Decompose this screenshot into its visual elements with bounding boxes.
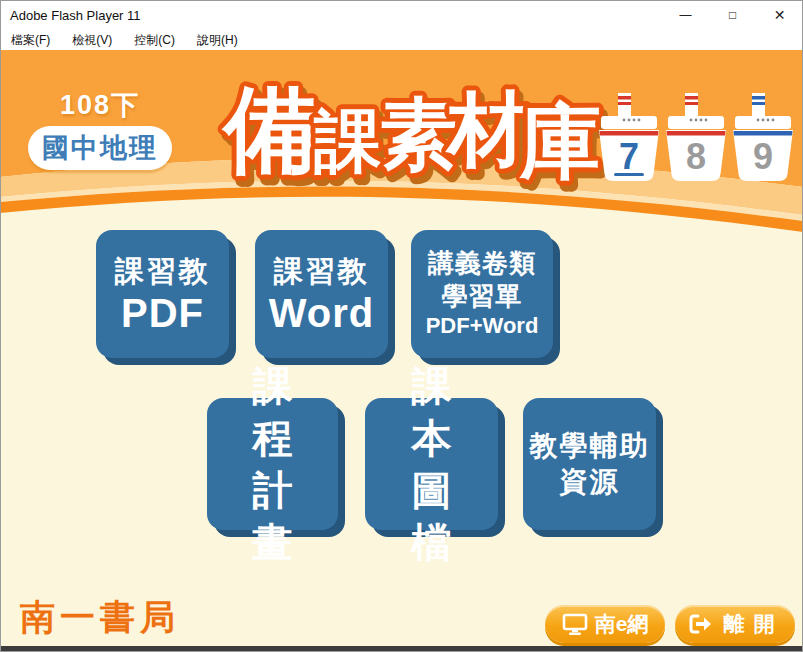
- button-label-line: 學習單: [442, 280, 523, 313]
- boat-grade-8[interactable]: 8: [666, 93, 726, 181]
- close-button[interactable]: ✕: [756, 0, 803, 30]
- minimize-button[interactable]: —: [662, 0, 709, 30]
- button-label-line: 圖檔: [365, 464, 498, 568]
- boat9-funnel-stripe2: [752, 102, 765, 105]
- menu-bar: 檔案(F) 檢視(V) 控制(C) 說明(H): [0, 30, 803, 50]
- boat9-funnel-stripe: [752, 96, 765, 100]
- menu-file[interactable]: 檔案(F): [0, 30, 61, 50]
- app-title-text: 備 課 素 材 庫: [221, 77, 601, 187]
- boat7-hull-stripe: [600, 131, 659, 136]
- window-controls: — □ ✕: [662, 0, 803, 30]
- subject-badge: 國中地理: [28, 126, 172, 170]
- semester-label: 108下: [28, 87, 172, 123]
- main-button-kexijiao-pdf[interactable]: 課習教 PDF: [96, 230, 229, 358]
- button-label-line: 教學輔助: [530, 428, 650, 464]
- button-label-line: 計畫: [207, 464, 338, 568]
- exit-label: 離開: [720, 610, 784, 638]
- main-button-teaching-resources[interactable]: 教學輔助 資源: [523, 398, 656, 530]
- button-label-line: 課習教: [115, 253, 211, 291]
- svg-text:材: 材: [445, 84, 529, 174]
- menu-help[interactable]: 說明(H): [186, 30, 249, 50]
- button-label-line: 課本: [365, 360, 498, 464]
- boat7-funnel-stripe: [618, 96, 631, 100]
- exit-icon: [687, 613, 713, 635]
- boat8-number: 8: [686, 136, 706, 177]
- menu-control[interactable]: 控制(C): [123, 30, 186, 50]
- maximize-button[interactable]: □: [709, 0, 756, 30]
- svg-text:庫: 庫: [519, 97, 601, 187]
- main-button-curriculum-plan[interactable]: 課程 計畫: [207, 398, 338, 530]
- exit-button[interactable]: 離開: [675, 605, 795, 643]
- button-label-line: 課習教: [274, 253, 370, 291]
- flash-stage: 108下 國中地理 備 課 素 材 庫 備 課 素 材 庫: [0, 50, 803, 646]
- monitor-icon: [562, 613, 588, 636]
- window-title: Adobe Flash Player 11: [0, 8, 662, 23]
- svg-text:課: 課: [313, 103, 382, 179]
- main-button-kexijiao-word[interactable]: 課習教 Word: [255, 230, 388, 358]
- boat8-funnel-stripe2: [685, 102, 698, 105]
- boat7-funnel-stripe2: [618, 102, 631, 105]
- nan-e-net-button[interactable]: 南e網: [545, 605, 665, 643]
- boat-grade-7[interactable]: 7: [599, 93, 659, 181]
- title-bar: Adobe Flash Player 11 — □ ✕: [0, 0, 803, 30]
- boat7-selected-underline: [614, 173, 644, 176]
- button-label-line: Word: [269, 291, 374, 335]
- svg-text:備: 備: [221, 77, 318, 182]
- boat9-number: 9: [753, 136, 773, 177]
- boat8-funnel-stripe: [685, 96, 698, 100]
- boat9-hull-stripe: [734, 131, 793, 136]
- boat7-number: 7: [619, 136, 639, 177]
- main-button-textbook-images[interactable]: 課本 圖檔: [365, 398, 498, 530]
- boat-grade-9[interactable]: 9: [733, 93, 793, 181]
- button-label-line: 資源: [560, 464, 620, 500]
- publisher-logo: 南一書局: [20, 594, 180, 641]
- app-title: 備 課 素 材 庫 備 課 素 材 庫: [200, 58, 620, 228]
- button-label-line: PDF+Word: [426, 312, 539, 341]
- grade-boats: 7 8 9: [598, 88, 798, 188]
- button-label-line: PDF: [121, 291, 204, 335]
- menu-view[interactable]: 檢視(V): [61, 30, 123, 50]
- button-label-line: 課程: [207, 360, 338, 464]
- svg-text:素: 素: [380, 91, 457, 177]
- nan-e-net-label: 南e網: [595, 610, 649, 638]
- window-bottom-edge: [0, 646, 803, 652]
- button-label-line: 講義卷類: [428, 247, 536, 280]
- main-button-handouts-worksheets[interactable]: 講義卷類 學習單 PDF+Word: [411, 230, 553, 358]
- boat8-hull-stripe: [667, 131, 726, 136]
